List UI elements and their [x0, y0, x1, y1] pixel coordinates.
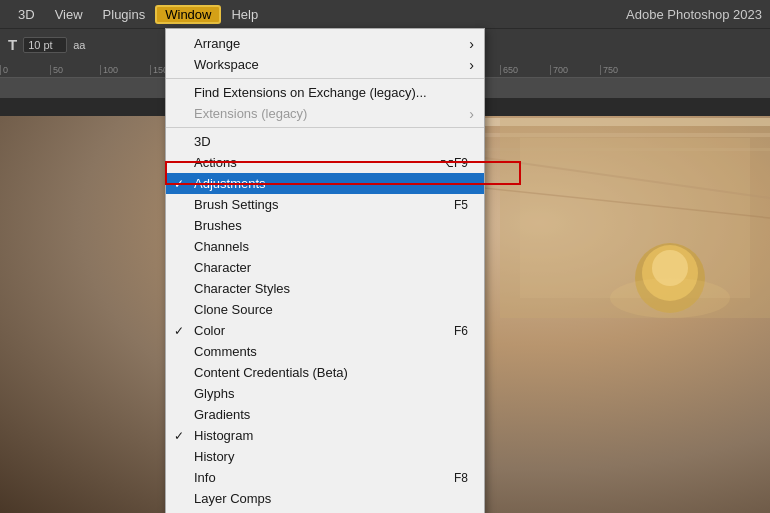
find-extensions-label: Find Extensions on Exchange (legacy)... — [194, 85, 427, 100]
menu-item-comments[interactable]: Comments — [166, 341, 484, 362]
menu-item-brush-settings[interactable]: Brush Settings F5 — [166, 194, 484, 215]
clone-source-label: Clone Source — [194, 302, 273, 317]
menu-window[interactable]: Window — [155, 5, 221, 24]
menu-item-info[interactable]: Info F8 — [166, 467, 484, 488]
brush-settings-label: Brush Settings — [194, 197, 279, 212]
menu-item-extensions-legacy[interactable]: Extensions (legacy) — [166, 103, 484, 124]
menu-item-content-credentials[interactable]: Content Credentials (Beta) — [166, 362, 484, 383]
menubar: 3D View Plugins Window Help Adobe Photos… — [0, 0, 770, 28]
menu-item-histogram[interactable]: ✓ Histogram — [166, 425, 484, 446]
brushes-label: Brushes — [194, 218, 242, 233]
menu-item-adjustments[interactable]: ✓ Adjustments — [166, 173, 484, 194]
info-label: Info — [194, 470, 216, 485]
menu-item-3d[interactable]: 3D — [166, 131, 484, 152]
actions-shortcut: ⌥F9 — [420, 156, 468, 170]
character-styles-label: Character Styles — [194, 281, 290, 296]
history-label: History — [194, 449, 234, 464]
menu-item-arrange[interactable]: Arrange — [166, 33, 484, 54]
window-dropdown-menu: Arrange Workspace Find Extensions on Exc… — [165, 28, 485, 513]
menu-item-brushes[interactable]: Brushes — [166, 215, 484, 236]
arrange-label: Arrange — [194, 36, 240, 51]
workspace-label: Workspace — [194, 57, 259, 72]
3d-label: 3D — [194, 134, 211, 149]
actions-label: Actions — [194, 155, 237, 170]
menu-item-layer-comps[interactable]: Layer Comps — [166, 488, 484, 509]
menu-item-channels[interactable]: Channels — [166, 236, 484, 257]
svg-rect-4 — [520, 138, 750, 298]
menu-item-glyphs[interactable]: Glyphs — [166, 383, 484, 404]
menu-item-find-extensions[interactable]: Find Extensions on Exchange (legacy)... — [166, 82, 484, 103]
menu-item-character-styles[interactable]: Character Styles — [166, 278, 484, 299]
color-checkmark: ✓ — [174, 324, 184, 338]
ruler-mark-0: 0 — [0, 65, 50, 75]
antialiasing-label: aa — [73, 39, 85, 51]
ruler-mark-750: 750 — [600, 65, 650, 75]
app-title: Adobe Photoshop 2023 — [626, 7, 762, 22]
menu-item-color[interactable]: ✓ Color F6 — [166, 320, 484, 341]
font-size-input[interactable] — [23, 37, 67, 53]
color-label: Color — [194, 323, 225, 338]
separator-2 — [166, 127, 484, 128]
channels-label: Channels — [194, 239, 249, 254]
menu-help[interactable]: Help — [221, 5, 268, 24]
content-credentials-label: Content Credentials (Beta) — [194, 365, 348, 380]
color-shortcut: F6 — [434, 324, 468, 338]
ruler-mark-700: 700 — [550, 65, 600, 75]
extensions-legacy-label: Extensions (legacy) — [194, 106, 307, 121]
ruler-mark-650: 650 — [500, 65, 550, 75]
text-tool-icon[interactable]: T — [8, 36, 17, 53]
gradients-label: Gradients — [194, 407, 250, 422]
menu-view[interactable]: View — [45, 5, 93, 24]
character-label: Character — [194, 260, 251, 275]
menu-plugins[interactable]: Plugins — [93, 5, 156, 24]
ruler-mark-50: 50 — [50, 65, 100, 75]
menu-item-history[interactable]: History — [166, 446, 484, 467]
ruler-mark-100: 100 — [100, 65, 150, 75]
glyphs-label: Glyphs — [194, 386, 234, 401]
brush-settings-shortcut: F5 — [434, 198, 468, 212]
svg-point-10 — [610, 278, 730, 318]
histogram-checkmark: ✓ — [174, 429, 184, 443]
comments-label: Comments — [194, 344, 257, 359]
adjustments-label: Adjustments — [194, 176, 266, 191]
info-shortcut: F8 — [434, 471, 468, 485]
menu-3d[interactable]: 3D — [8, 5, 45, 24]
menu-item-gradients[interactable]: Gradients — [166, 404, 484, 425]
menu-item-clone-source[interactable]: Clone Source — [166, 299, 484, 320]
separator-1 — [166, 78, 484, 79]
menu-item-character[interactable]: Character — [166, 257, 484, 278]
histogram-label: Histogram — [194, 428, 253, 443]
layer-comps-label: Layer Comps — [194, 491, 271, 506]
menu-item-layers[interactable]: ✓ Layers F7 — [166, 509, 484, 513]
menu-item-actions[interactable]: Actions ⌥F9 — [166, 152, 484, 173]
menu-item-workspace[interactable]: Workspace — [166, 54, 484, 75]
adjustments-checkmark: ✓ — [174, 177, 184, 191]
